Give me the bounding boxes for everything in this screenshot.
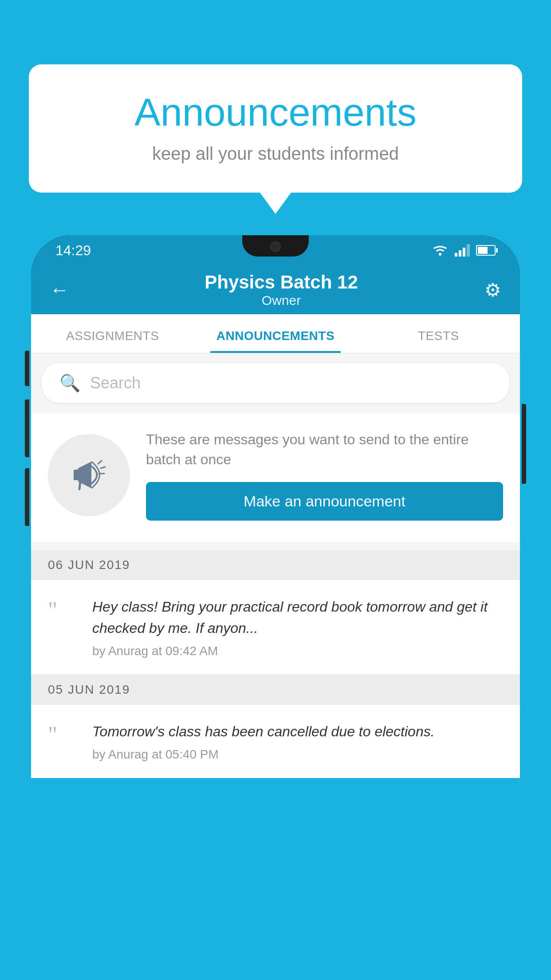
svg-point-0 xyxy=(439,253,441,256)
announcement-item-2[interactable]: " Tomorrow's class has been cancelled du… xyxy=(31,705,520,778)
svg-line-8 xyxy=(98,461,102,464)
toolbar-title: Physics Batch 12 xyxy=(78,272,484,293)
megaphone-circle xyxy=(48,434,130,516)
toolbar-subtitle: Owner xyxy=(78,293,484,308)
phone-side-button-right xyxy=(522,404,526,484)
svg-rect-6 xyxy=(74,470,79,480)
settings-button[interactable]: ⚙ xyxy=(484,279,501,301)
date-separator-1: 06 JUN 2019 xyxy=(31,550,520,580)
battery-icon xyxy=(476,245,496,256)
toolbar-center: Physics Batch 12 Owner xyxy=(78,272,484,308)
make-announcement-button[interactable]: Make an announcement xyxy=(146,482,503,521)
quote-icon-2: " xyxy=(48,723,79,747)
status-icons xyxy=(432,244,496,257)
announcement-content-2: Tomorrow's class has been cancelled due … xyxy=(92,721,503,762)
phone-side-button-vol-up xyxy=(25,399,29,457)
tab-tests[interactable]: TESTS xyxy=(357,329,520,353)
back-button[interactable]: ← xyxy=(50,279,69,301)
announcement-item-1[interactable]: " Hey class! Bring your practical record… xyxy=(31,580,520,675)
announcement-content-1: Hey class! Bring your practical record b… xyxy=(92,596,503,658)
phone-notch xyxy=(242,235,309,257)
wifi-icon xyxy=(432,244,449,257)
phone-side-button-power xyxy=(25,351,29,386)
announcement-text-1: Hey class! Bring your practical record b… xyxy=(92,596,503,639)
search-bar[interactable]: 🔍 Search xyxy=(42,363,509,403)
speech-bubble-wrapper: Announcements keep all your students inf… xyxy=(29,64,522,193)
quote-icon-1: " xyxy=(48,599,79,622)
announcement-meta-1: by Anurag at 09:42 AM xyxy=(92,644,503,658)
tabs: ASSIGNMENTS ANNOUNCEMENTS TESTS xyxy=(31,314,520,353)
phone-frame: 14:29 xyxy=(31,235,520,778)
speech-bubble: Announcements keep all your students inf… xyxy=(29,64,522,193)
megaphone-icon xyxy=(67,453,111,497)
svg-line-7 xyxy=(79,482,80,489)
promo-right: These are messages you want to send to t… xyxy=(146,430,503,521)
promo-text: These are messages you want to send to t… xyxy=(146,430,503,470)
content-area: 🔍 Search xyxy=(31,353,520,778)
announcements-title: Announcements xyxy=(64,91,487,134)
promo-card: These are messages you want to send to t… xyxy=(31,413,520,542)
search-icon: 🔍 xyxy=(59,373,80,393)
svg-line-9 xyxy=(101,467,105,468)
signal-icon xyxy=(455,244,470,257)
svg-rect-1 xyxy=(455,253,457,257)
toolbar: ← Physics Batch 12 Owner ⚙ xyxy=(31,265,520,314)
tab-assignments[interactable]: ASSIGNMENTS xyxy=(31,329,194,353)
svg-rect-3 xyxy=(463,248,465,257)
phone-side-button-vol-down xyxy=(25,468,29,526)
tab-announcements[interactable]: ANNOUNCEMENTS xyxy=(194,329,357,353)
search-placeholder: Search xyxy=(90,374,141,392)
announcements-subtitle: keep all your students informed xyxy=(64,144,487,164)
announcement-meta-2: by Anurag at 05:40 PM xyxy=(92,747,503,762)
svg-rect-2 xyxy=(459,250,461,257)
phone-mockup: 14:29 xyxy=(31,235,520,980)
front-camera xyxy=(270,241,281,252)
date-separator-2: 05 JUN 2019 xyxy=(31,675,520,705)
svg-rect-4 xyxy=(467,244,470,257)
status-time: 14:29 xyxy=(55,242,91,259)
announcement-text-2: Tomorrow's class has been cancelled due … xyxy=(92,721,503,742)
